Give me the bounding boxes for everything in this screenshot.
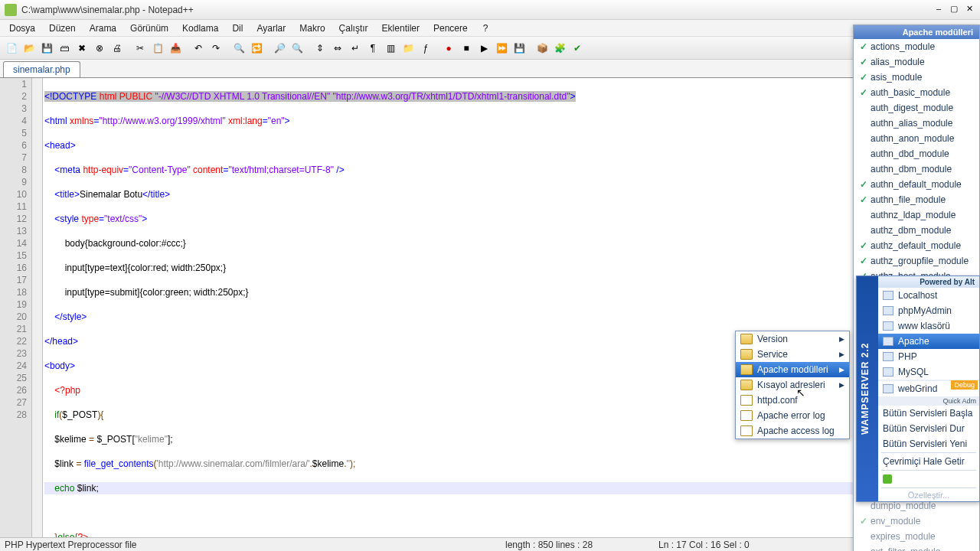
code-area[interactable]: <!DOCTYPE html PUBLIC "-//W3C//DTD XHTML… [43, 78, 980, 537]
sync-v-icon[interactable]: ⇕ [312, 40, 328, 57]
wamp-apache[interactable]: Apache [878, 334, 979, 349]
module-authn_dbd_module[interactable]: authn_dbd_module [854, 146, 979, 161]
menu-eklentiler[interactable]: Eklentiler [376, 21, 426, 35]
zoom-out-icon[interactable]: 🔍 [289, 40, 305, 57]
module-authn_alias_module[interactable]: authn_alias_module [854, 116, 979, 131]
folder-icon[interactable]: 📁 [400, 40, 416, 57]
save-icon[interactable]: 💾 [38, 40, 55, 57]
menu-dil[interactable]: Dil [226, 21, 249, 35]
close-all-icon[interactable]: ⊗ [91, 40, 108, 57]
line-gutter: 1234567891011121314151617181920212223242… [0, 78, 32, 537]
cut-icon[interactable]: ✂ [132, 40, 149, 57]
folder-icon [740, 380, 753, 390]
module-label: authn_dbm_module [871, 164, 952, 174]
paste-icon[interactable]: 📥 [167, 40, 184, 57]
menu-duzen[interactable]: Düzen [43, 21, 82, 35]
wamp-stop-all[interactable]: Bütün Servisleri Dur [878, 421, 979, 436]
menu-errorlog[interactable]: Apache error log [736, 408, 849, 423]
check-icon: ✓ [860, 256, 871, 266]
wamp-localhost[interactable]: Localhost [878, 288, 979, 303]
menu-ayarlar[interactable]: Ayarlar [250, 21, 292, 35]
module-actions_module[interactable]: ✓actions_module [854, 39, 979, 54]
module-auth_digest_module[interactable]: auth_digest_module [854, 100, 979, 116]
menu-kodlama[interactable]: Kodlama [176, 21, 224, 35]
menu-httpd[interactable]: httpd.conf [736, 393, 849, 408]
module-label: authz_default_module [871, 240, 961, 251]
menu-service[interactable]: Service▶ [736, 347, 849, 362]
module-authn_default_module[interactable]: ✓authn_default_module [854, 177, 979, 192]
module-label: authn_dbd_module [871, 148, 949, 159]
module-label: auth_basic_module [871, 87, 950, 98]
save-all-icon[interactable]: 🗃 [56, 40, 73, 57]
wamp-tray[interactable] [878, 471, 979, 487]
module-authn_dbm_module[interactable]: authn_dbm_module [854, 161, 979, 177]
plugin3-icon[interactable]: ✔ [569, 40, 586, 57]
menu-gorunum[interactable]: Görünüm [124, 21, 175, 35]
wamp-online[interactable]: Çevrimiçi Hale Getir [878, 454, 979, 469]
menu-accesslog[interactable]: Apache access log [736, 423, 849, 439]
module-alias_module[interactable]: ✓alias_module [854, 54, 979, 70]
apache-context-menu[interactable]: Version▶ Service▶ Apache modülleri▶ Kısa… [735, 331, 850, 439]
menu-apache-modules[interactable]: Apache modülleri▶ [736, 362, 849, 377]
minimize-button[interactable]: – [931, 2, 946, 16]
open-file-icon[interactable]: 📂 [21, 40, 38, 57]
menu-calistir[interactable]: Çalıştır [333, 21, 374, 35]
wamp-start-all[interactable]: Bütün Servisleri Başla [878, 406, 979, 421]
wamp-www[interactable]: www klasörü [878, 318, 979, 334]
wamp-mysql[interactable]: MySQL [878, 364, 979, 380]
redo-icon[interactable]: ↷ [207, 40, 224, 57]
undo-icon[interactable]: ↶ [190, 40, 207, 57]
wamp-restart-all[interactable]: Bütün Servisleri Yeni [878, 436, 979, 452]
menu-help[interactable]: ? [477, 21, 495, 35]
copy-icon[interactable]: 📋 [149, 40, 166, 57]
fold-column[interactable] [32, 78, 43, 537]
maximize-button[interactable]: ▢ [946, 2, 962, 16]
plugin2-icon[interactable]: 🧩 [551, 40, 568, 57]
new-file-icon[interactable]: 📄 [3, 40, 20, 57]
close-file-icon[interactable]: ✖ [74, 40, 90, 57]
tab-sinemalar[interactable]: sinemalar.php [3, 61, 80, 77]
indent-guide-icon[interactable]: ▥ [382, 40, 399, 57]
menu-dosya[interactable]: Dosya [3, 21, 41, 35]
check-icon: ✓ [860, 516, 871, 527]
show-all-icon[interactable]: ¶ [364, 40, 381, 57]
wamp-phpmyadmin[interactable]: phpMyAdmin [878, 303, 979, 318]
module-authn_anon_module[interactable]: authn_anon_module [854, 131, 979, 146]
sync-h-icon[interactable]: ⇔ [329, 40, 346, 57]
replace-icon[interactable]: 🔁 [248, 40, 265, 57]
module-ext_filter_module[interactable]: ext_filter_module [854, 544, 979, 551]
wamp-php[interactable]: PHP [878, 349, 979, 364]
save-macro-icon[interactable]: 💾 [511, 40, 528, 57]
close-button[interactable]: ✕ [962, 2, 977, 16]
menu-arama[interactable]: Arama [83, 21, 122, 35]
module-authz_dbm_module[interactable]: authz_dbm_module [854, 223, 979, 238]
wrap-icon[interactable]: ↵ [347, 40, 364, 57]
module-authz_default_module[interactable]: ✓authz_default_module [854, 238, 979, 253]
record-icon[interactable]: ● [440, 40, 457, 57]
wamp-customize[interactable]: Özelleştir... [878, 489, 979, 501]
module-expires_module[interactable]: expires_module [854, 529, 979, 544]
menu-version[interactable]: Version▶ [736, 331, 849, 347]
module-authnz_ldap_module[interactable]: authnz_ldap_module [854, 207, 979, 223]
module-auth_basic_module[interactable]: ✓auth_basic_module [854, 85, 979, 100]
module-authz_groupfile_module[interactable]: ✓authz_groupfile_module [854, 253, 979, 269]
zoom-in-icon[interactable]: 🔎 [271, 40, 288, 57]
menu-makro[interactable]: Makro [293, 21, 331, 35]
module-asis_module[interactable]: ✓asis_module [854, 70, 979, 85]
wamp-panel[interactable]: WAMPSERVER 2.2 Powered by Alt Localhost … [856, 276, 980, 502]
print-icon[interactable]: 🖨 [109, 40, 126, 57]
check-icon: ✓ [860, 57, 871, 67]
function-list-icon[interactable]: ƒ [417, 40, 434, 57]
stop-icon[interactable]: ■ [458, 40, 475, 57]
fast-icon[interactable]: ⏩ [493, 40, 510, 57]
find-icon[interactable]: 🔍 [230, 40, 247, 57]
menu-pencere[interactable]: Pencere [427, 21, 474, 35]
code-editor[interactable]: 1234567891011121314151617181920212223242… [0, 78, 980, 537]
plugin1-icon[interactable]: 📦 [534, 40, 550, 57]
module-label: ext_filter_module [871, 546, 940, 551]
menu-alias[interactable]: Kısayol adresleri▶ [736, 377, 849, 393]
module-label: authn_default_module [871, 179, 962, 190]
module-env_module[interactable]: ✓env_module [854, 514, 979, 529]
module-authn_file_module[interactable]: ✓authn_file_module [854, 192, 979, 207]
play-icon[interactable]: ▶ [475, 40, 492, 57]
